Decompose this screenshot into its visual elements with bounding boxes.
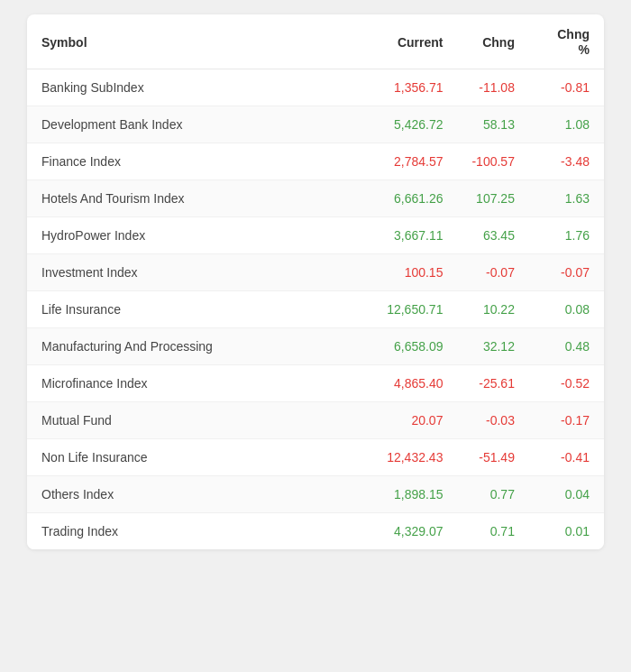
cell-chng-pct: 1.63 xyxy=(529,180,604,216)
cell-symbol: HydroPower Index xyxy=(27,216,343,253)
cell-symbol: Finance Index xyxy=(27,143,343,180)
cell-chng-pct: 0.48 xyxy=(529,327,604,364)
cell-current: 3,667.11 xyxy=(343,216,458,253)
cell-chng: 0.77 xyxy=(457,475,528,512)
cell-current: 100.15 xyxy=(343,253,458,290)
cell-chng-pct: -0.81 xyxy=(529,69,604,106)
cell-current: 6,661.26 xyxy=(343,180,458,216)
cell-symbol: Non Life Insurance xyxy=(27,438,343,475)
table-body: Banking SubIndex1,356.71-11.08-0.81Devel… xyxy=(27,69,604,549)
table-row: Microfinance Index4,865.40-25.61-0.52 xyxy=(27,364,604,401)
table-row: Others Index1,898.150.770.04 xyxy=(27,475,604,512)
cell-chng: 58.13 xyxy=(457,106,528,143)
index-table: Symbol Current Chng Chng% Banking SubInd… xyxy=(27,14,604,549)
cell-current: 4,865.40 xyxy=(343,364,458,401)
header-chng: Chng xyxy=(457,14,528,69)
table-header-row: Symbol Current Chng Chng% xyxy=(27,14,604,69)
table-row: Finance Index2,784.57-100.57-3.48 xyxy=(27,143,604,180)
cell-chng: -51.49 xyxy=(457,438,528,475)
cell-symbol: Others Index xyxy=(27,475,343,512)
cell-current: 6,658.09 xyxy=(343,327,458,364)
cell-chng-pct: -0.07 xyxy=(529,253,604,290)
cell-chng-pct: -0.17 xyxy=(529,401,604,438)
cell-symbol: Microfinance Index xyxy=(27,364,343,401)
header-symbol: Symbol xyxy=(27,14,343,69)
cell-symbol: Life Insurance xyxy=(27,290,343,327)
cell-chng: -25.61 xyxy=(457,364,528,401)
table-row: Manufacturing And Processing6,658.0932.1… xyxy=(27,327,604,364)
cell-chng-pct: 1.08 xyxy=(529,106,604,143)
cell-current: 12,432.43 xyxy=(343,438,458,475)
cell-chng: -0.07 xyxy=(457,253,528,290)
table-row: Investment Index100.15-0.07-0.07 xyxy=(27,253,604,290)
cell-chng-pct: -0.52 xyxy=(529,364,604,401)
cell-chng-pct: -3.48 xyxy=(529,143,604,180)
cell-symbol: Manufacturing And Processing xyxy=(27,327,343,364)
cell-chng: -100.57 xyxy=(457,143,528,180)
header-current: Current xyxy=(343,14,458,69)
cell-chng: 63.45 xyxy=(457,216,528,253)
cell-current: 5,426.72 xyxy=(343,106,458,143)
cell-current: 4,329.07 xyxy=(343,512,458,549)
cell-chng: -11.08 xyxy=(457,69,528,106)
table-row: Life Insurance12,650.7110.220.08 xyxy=(27,290,604,327)
cell-chng: 32.12 xyxy=(457,327,528,364)
cell-current: 1,356.71 xyxy=(343,69,458,106)
main-card: Symbol Current Chng Chng% Banking SubInd… xyxy=(27,14,604,549)
cell-chng: 10.22 xyxy=(457,290,528,327)
table-row: Non Life Insurance12,432.43-51.49-0.41 xyxy=(27,438,604,475)
cell-current: 12,650.71 xyxy=(343,290,458,327)
table-row: Banking SubIndex1,356.71-11.08-0.81 xyxy=(27,69,604,106)
cell-chng: 107.25 xyxy=(457,180,528,216)
cell-symbol: Trading Index xyxy=(27,512,343,549)
table-row: Mutual Fund20.07-0.03-0.17 xyxy=(27,401,604,438)
cell-chng-pct: 1.76 xyxy=(529,216,604,253)
cell-chng-pct: 0.01 xyxy=(529,512,604,549)
cell-symbol: Development Bank Index xyxy=(27,106,343,143)
header-chng-pct: Chng% xyxy=(529,14,604,69)
cell-symbol: Banking SubIndex xyxy=(27,69,343,106)
cell-chng-pct: -0.41 xyxy=(529,438,604,475)
table-row: Hotels And Tourism Index6,661.26107.251.… xyxy=(27,180,604,216)
table-row: Development Bank Index5,426.7258.131.08 xyxy=(27,106,604,143)
cell-chng: -0.03 xyxy=(457,401,528,438)
cell-symbol: Investment Index xyxy=(27,253,343,290)
cell-symbol: Hotels And Tourism Index xyxy=(27,180,343,216)
cell-chng-pct: 0.08 xyxy=(529,290,604,327)
cell-symbol: Mutual Fund xyxy=(27,401,343,438)
cell-chng: 0.71 xyxy=(457,512,528,549)
table-row: Trading Index4,329.070.710.01 xyxy=(27,512,604,549)
cell-current: 2,784.57 xyxy=(343,143,458,180)
cell-chng-pct: 0.04 xyxy=(529,475,604,512)
table-row: HydroPower Index3,667.1163.451.76 xyxy=(27,216,604,253)
cell-current: 20.07 xyxy=(343,401,458,438)
cell-current: 1,898.15 xyxy=(343,475,458,512)
